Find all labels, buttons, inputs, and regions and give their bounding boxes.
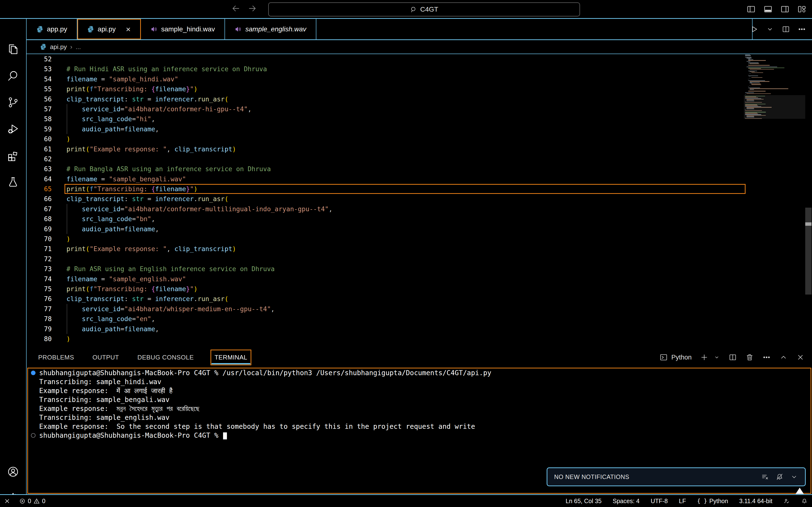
tab-app.py[interactable]: app.py — [27, 19, 77, 39]
forward-arrow-icon[interactable] — [247, 3, 257, 13]
code-line-58[interactable]: 58 src_lang_code="hi", — [27, 114, 812, 124]
toggle-panel-icon[interactable] — [763, 4, 773, 14]
terminal-profile[interactable]: Python — [659, 353, 692, 362]
code-line-71[interactable]: 71print("Example response: ", clip_trans… — [27, 244, 812, 254]
minimap-viewport[interactable] — [744, 95, 805, 119]
toggle-secondary-sidebar-icon[interactable] — [780, 4, 790, 14]
encoding-status[interactable]: UTF-8 — [651, 498, 668, 505]
close-panel-icon[interactable] — [796, 353, 805, 362]
run-dropdown-chevron-icon[interactable] — [766, 25, 774, 34]
remote-indicator[interactable] — [4, 498, 10, 504]
code-line-69[interactable]: 69 audio_path=filename, — [27, 224, 812, 234]
cursor-position-status[interactable]: Ln 65, Col 35 — [566, 498, 602, 505]
code-line-74[interactable]: 74filename = "sample_english.wav" — [27, 274, 812, 284]
terminal-text: Example response: में आ लगाई जारही है — [39, 387, 172, 395]
tab-api.py[interactable]: api.py× — [77, 19, 141, 39]
code-line-65[interactable]: 65print(f"Transcribing: {filename}") — [27, 184, 812, 194]
code-line-56[interactable]: 56clip_transcript: str = inferencer.run_… — [27, 94, 812, 104]
panel-tab-output[interactable]: OUTPUT — [91, 350, 120, 365]
code-line-53[interactable]: 53# Run Hindi ASR using an inference ser… — [27, 64, 812, 74]
problems-status[interactable]: 0 0 — [19, 498, 45, 505]
code-line-77[interactable]: 77 service_id="ai4bharat/whisper-medium-… — [27, 304, 812, 314]
hide-notification-center-icon[interactable] — [790, 473, 798, 481]
code-line-61[interactable]: 61print("Example response: ", clip_trans… — [27, 144, 812, 154]
code-line-63[interactable]: 63# Run Bangla ASR using an inference se… — [27, 164, 812, 174]
command-decoration-success[interactable] — [31, 371, 36, 375]
python-file-icon — [36, 25, 44, 33]
back-arrow-icon[interactable] — [231, 3, 241, 13]
code-line-70[interactable]: 70) — [27, 234, 812, 244]
language-status[interactable]: { } Python — [697, 498, 728, 505]
close-icon[interactable]: × — [126, 25, 131, 33]
command-decoration-prompt[interactable] — [31, 433, 36, 438]
notifications-bell[interactable] — [801, 498, 808, 504]
line-number: 56 — [27, 94, 52, 104]
code-line-73[interactable]: 73# Run ASR using an English inference s… — [27, 264, 812, 274]
editor-tab-bar: app.pyapi.py×sample_hindi.wavsample_engl… — [27, 19, 812, 40]
code-line-55[interactable]: 55print(f"Transcribing: {filename}") — [27, 84, 812, 94]
code-line-80[interactable]: 80) — [27, 334, 812, 344]
code-line-60[interactable]: 60) — [27, 134, 812, 144]
toggle-primary-sidebar-icon[interactable] — [746, 4, 756, 14]
code-line-64[interactable]: 64filename = "sample_bengali.wav" — [27, 174, 812, 184]
editor-scrollbar[interactable] — [805, 208, 812, 294]
customize-layout-icon[interactable] — [797, 4, 807, 14]
line-content: clip_transcript: str = inferencer.run_as… — [66, 94, 812, 104]
more-actions-icon[interactable] — [762, 353, 771, 362]
terminal-text: shubhangigupta@Shubhangis-MacBook-Pro C4… — [39, 369, 491, 377]
eol-status[interactable]: LF — [679, 498, 686, 505]
indent-guide — [67, 324, 67, 334]
panel-tab-terminal[interactable]: TERMINAL — [211, 350, 251, 365]
line-number: 66 — [27, 194, 52, 204]
explorer-icon[interactable] — [7, 43, 19, 56]
tab-sample_english.wav[interactable]: sample_english.wav — [225, 19, 316, 39]
testing-icon[interactable] — [7, 176, 19, 188]
run-python-file-icon[interactable] — [750, 25, 758, 34]
split-editor-icon[interactable] — [781, 25, 790, 34]
code-line-72[interactable]: 72 — [27, 254, 812, 264]
maximize-panel-icon[interactable] — [779, 353, 788, 362]
code-line-52[interactable]: 52 — [27, 54, 812, 64]
accounts-icon[interactable] — [7, 465, 19, 478]
clear-all-notifications-icon[interactable] — [761, 473, 769, 481]
code-line-79[interactable]: 79 audio_path=filename, — [27, 324, 812, 334]
tab-sample_hindi.wav[interactable]: sample_hindi.wav — [141, 19, 225, 39]
code-line-76[interactable]: 76clip_transcript: str = inferencer.run_… — [27, 294, 812, 304]
code-line-57[interactable]: 57 service_id="ai4bharat/conformer-hi-gp… — [27, 104, 812, 114]
line-content — [66, 54, 812, 64]
more-actions-icon[interactable] — [798, 25, 806, 34]
do-not-disturb-icon[interactable] — [775, 473, 784, 481]
code-line-75[interactable]: 75print(f"Transcribing: {filename}") — [27, 284, 812, 294]
search-icon[interactable] — [7, 69, 19, 82]
code-line-67[interactable]: 67 service_id="ai4bharat/conformer-multi… — [27, 204, 812, 214]
python-interpreter-status[interactable]: 3.11.4 64-bit — [739, 498, 772, 505]
panel-tab-debug-console[interactable]: DEBUG CONSOLE — [136, 350, 195, 365]
indentation-status[interactable]: Spaces: 4 — [613, 498, 640, 505]
code-editor[interactable]: 5253# Run Hindi ASR using an inference s… — [27, 54, 812, 346]
line-number: 77 — [27, 304, 52, 314]
panel-tab-problems[interactable]: PROBLEMS — [37, 350, 75, 365]
code-line-54[interactable]: 54filename = "sample_hindi.wav" — [27, 74, 812, 84]
indent-guide — [67, 124, 67, 134]
feedback-item[interactable] — [783, 498, 790, 504]
code-line-68[interactable]: 68 src_lang_code="bn", — [27, 214, 812, 224]
code-line-78[interactable]: 78 src_lang_code="en", — [27, 314, 812, 324]
run-and-debug-icon[interactable] — [7, 123, 19, 135]
code-line-62[interactable]: 62 — [27, 154, 812, 164]
terminal-line: shubhangigupta@Shubhangis-MacBook-Pro C4… — [28, 369, 811, 377]
line-number: 54 — [27, 74, 52, 84]
split-terminal-icon[interactable] — [728, 353, 737, 362]
command-center-search[interactable]: C4GT — [268, 2, 580, 16]
breadcrumb-symbol[interactable]: ... — [75, 43, 81, 51]
launch-profile-chevron-icon[interactable] — [713, 353, 720, 362]
terminal-text: Example response: মন্নন সৈহেদরে মৃত্যুর … — [39, 405, 199, 412]
code-line-66[interactable]: 66clip_transcript: str = inferencer.run_… — [27, 194, 812, 204]
search-icon — [410, 6, 417, 13]
breadcrumb[interactable]: api.py › ... — [27, 40, 812, 54]
source-control-icon[interactable] — [7, 96, 19, 109]
code-line-59[interactable]: 59 audio_path=filename, — [27, 124, 812, 134]
breadcrumb-file[interactable]: api.py — [50, 43, 67, 51]
new-terminal-icon[interactable] — [700, 353, 709, 362]
kill-terminal-icon[interactable] — [745, 353, 754, 362]
extensions-icon[interactable] — [7, 149, 19, 162]
